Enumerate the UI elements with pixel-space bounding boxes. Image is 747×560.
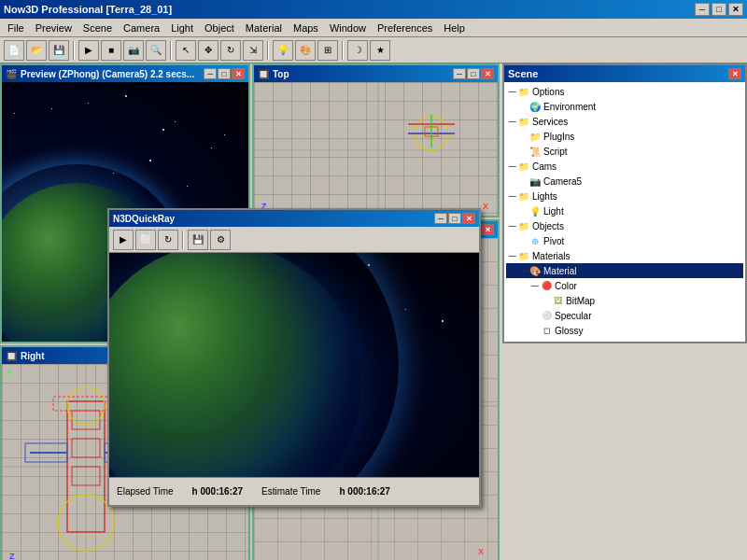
toolbar-zoom[interactable]: 🔍 — [146, 40, 166, 61]
menu-light[interactable]: Light — [165, 20, 199, 36]
menu-file[interactable]: File — [2, 20, 30, 36]
menu-camera[interactable]: Camera — [118, 20, 165, 36]
label-light: Light — [543, 206, 564, 217]
elapsed-value: h 000:16:27 — [192, 486, 243, 497]
toggle-services[interactable]: ─ — [508, 116, 517, 127]
tree-item-specular[interactable]: ⚪ Specular — [506, 308, 743, 323]
tree-item-bitmap[interactable]: 🖼 BitMap — [506, 293, 743, 308]
tree-item-camera5[interactable]: 📷 Camera5 — [506, 174, 743, 189]
br-close[interactable]: ✕ — [481, 224, 494, 235]
toggle-materials-folder[interactable]: ─ — [508, 250, 517, 261]
tree-item-pivot[interactable]: ⊕ Pivot — [506, 233, 743, 248]
top-viewport: 🔲 Top ─ □ ✕ — [252, 63, 500, 217]
toolbar-extra1[interactable]: ☽ — [347, 40, 368, 61]
top-maximize[interactable]: □ — [467, 68, 480, 79]
label-specular: Specular — [555, 311, 591, 321]
icon-options: 📁 — [517, 85, 530, 98]
label-glossy: Glossy — [555, 326, 584, 336]
toggle-camera5 — [519, 175, 529, 187]
maximize-button[interactable]: □ — [712, 3, 726, 16]
tree-item-light[interactable]: 💡 Light — [506, 203, 743, 218]
toolbar-sep3 — [267, 41, 269, 60]
tree-item-objects[interactable]: ─ 📁 Objects — [506, 218, 743, 233]
menu-maps[interactable]: Maps — [288, 20, 324, 36]
preview-maximize[interactable]: □ — [218, 68, 231, 79]
qr-stop-btn[interactable]: ↻ — [158, 230, 178, 250]
quickray-render-bg — [109, 253, 479, 477]
tree-item-environment[interactable]: 🌍 Environment — [506, 99, 743, 114]
scene-tree[interactable]: ─ 📁 Options 🌍 Environment ─ 📁 Services — [504, 82, 745, 342]
menu-material[interactable]: Material — [240, 20, 288, 36]
preview-minimize[interactable]: ─ — [204, 68, 217, 79]
toolbar-rotate[interactable]: ↻ — [220, 40, 241, 61]
preview-icon: 🎬 — [6, 69, 17, 79]
toggle-objects[interactable]: ─ — [508, 220, 517, 231]
qr-settings-btn[interactable]: ⚙ — [210, 230, 231, 250]
menu-help[interactable]: Help — [438, 20, 471, 36]
icon-specular: ⚪ — [540, 309, 553, 322]
tree-item-options[interactable]: ─ 📁 Options — [506, 84, 743, 99]
scene-panel-title: Scene — [508, 68, 538, 79]
qr-render-btn[interactable]: ▶ — [113, 230, 134, 250]
window-title: Now3D Professional [Terra_28_01] — [4, 4, 172, 15]
label-materials-folder: Materials — [532, 251, 571, 261]
right-panels: Scene ✕ ─ 📁 Options 🌍 Environment — [502, 63, 747, 560]
toolbar-save[interactable]: 💾 — [49, 40, 69, 61]
toolbar-scale[interactable]: ⇲ — [243, 40, 263, 61]
icon-color: 🔴 — [540, 279, 553, 292]
scene-close[interactable]: ✕ — [728, 68, 741, 79]
toolbar-open[interactable]: 📂 — [26, 40, 47, 61]
toggle-cams[interactable]: ─ — [508, 161, 517, 172]
tree-item-services[interactable]: ─ 📁 Services — [506, 114, 743, 129]
quickray-close[interactable]: ✕ — [462, 213, 475, 224]
toolbar-material[interactable]: 🎨 — [295, 40, 316, 61]
menu-object[interactable]: Object — [199, 20, 240, 36]
toolbar-select[interactable]: ↖ — [176, 40, 196, 61]
tree-item-lights[interactable]: ─ 📁 Lights — [506, 189, 743, 203]
tree-item-materials-folder[interactable]: ─ 📁 Materials — [506, 248, 743, 263]
toolbar-stop[interactable]: ■ — [101, 40, 121, 61]
qr-pause-btn[interactable]: ⬜ — [135, 230, 156, 250]
icon-services: 📁 — [517, 115, 530, 128]
quickray-maximize[interactable]: □ — [448, 213, 461, 224]
toolbar-grid[interactable]: ⊞ — [317, 40, 338, 61]
tree-item-color[interactable]: ─ 🔴 Color — [506, 278, 743, 293]
toolbar-extra2[interactable]: ★ — [370, 40, 390, 61]
label-services: Services — [532, 117, 568, 127]
preview-close[interactable]: ✕ — [232, 68, 245, 79]
toolbar-new[interactable]: 📄 — [4, 40, 24, 61]
tree-item-material[interactable]: ─ 🎨 Material — [506, 263, 743, 278]
tree-item-script[interactable]: 📜 Script — [506, 144, 743, 159]
tree-item-glossy[interactable]: ◻ Glossy — [506, 323, 743, 338]
label-options: Options — [532, 87, 564, 97]
toolbar-light[interactable]: 💡 — [273, 40, 293, 61]
toggle-options[interactable]: ─ — [508, 86, 517, 97]
toolbar-render[interactable]: ▶ — [78, 40, 99, 61]
menu-preferences[interactable]: Preferences — [372, 20, 438, 36]
icon-plugins: 📁 — [529, 130, 542, 143]
menu-preview[interactable]: Preview — [30, 20, 78, 36]
top-minimize[interactable]: ─ — [453, 68, 466, 79]
toolbar-sep4 — [342, 41, 344, 60]
toggle-material[interactable]: ─ — [519, 265, 529, 276]
minimize-button[interactable]: ─ — [695, 3, 710, 16]
close-button[interactable]: ✕ — [728, 3, 743, 16]
label-objects: Objects — [532, 221, 564, 231]
menu-window[interactable]: Window — [324, 20, 372, 36]
quickray-minimize[interactable]: ─ — [434, 213, 447, 224]
toggle-lights[interactable]: ─ — [508, 190, 517, 202]
toggle-color[interactable]: ─ — [530, 280, 540, 291]
tree-item-cams[interactable]: ─ 📁 Cams — [506, 159, 743, 174]
top-close[interactable]: ✕ — [481, 68, 494, 79]
tree-item-plugins[interactable]: 📁 PlugIns — [506, 129, 743, 144]
toggle-plugins — [519, 131, 529, 142]
quickray-title: N3DQuickRay — [113, 214, 175, 224]
menu-scene[interactable]: Scene — [78, 20, 118, 36]
toolbar-camera[interactable]: 📷 — [123, 40, 144, 61]
qr-save-btn[interactable]: 💾 — [188, 230, 208, 250]
quickray-status: Elapsed Time h 000:16:27 Estimate Time h… — [109, 477, 479, 505]
toolbar-move[interactable]: ✥ — [198, 40, 218, 61]
elapsed-label: Elapsed Time — [117, 486, 174, 497]
icon-objects: 📁 — [517, 219, 530, 232]
label-material: Material — [543, 266, 577, 276]
